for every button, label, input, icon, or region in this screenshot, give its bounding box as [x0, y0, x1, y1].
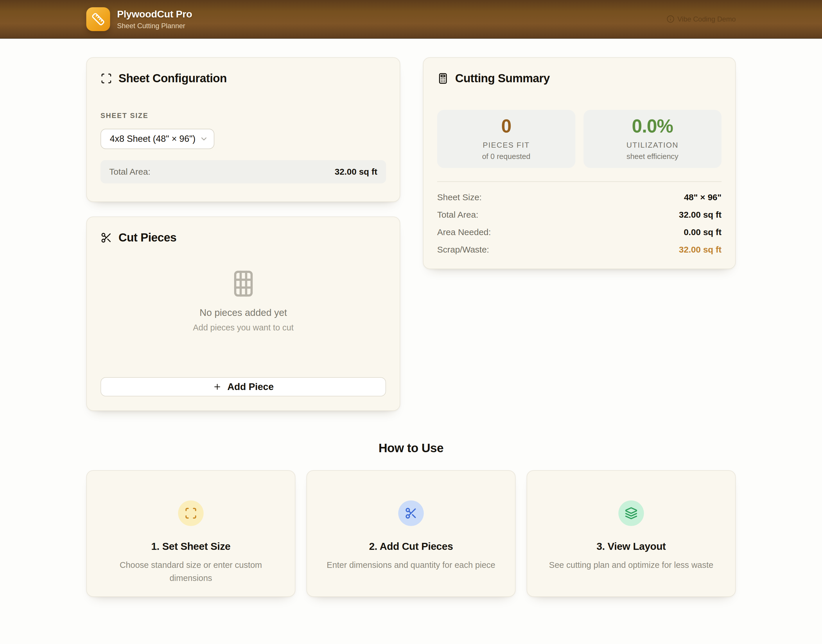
bottom-spacer	[86, 597, 736, 644]
info-icon	[667, 15, 674, 23]
summary-value-waste: 32.00 sq ft	[679, 245, 721, 255]
step-card-view-layout: 3. View Layout See cutting plan and opti…	[527, 470, 736, 597]
utilization-sublabel: sheet efficiency	[626, 152, 678, 161]
pieces-fit-sublabel: of 0 requested	[482, 152, 530, 161]
cut-pieces-empty-state: No pieces added yet Add pieces you want …	[101, 244, 386, 352]
app-logo	[86, 7, 110, 31]
layers-icon	[625, 507, 638, 520]
summary-row-sheet-size: Sheet Size: 48" × 96"	[437, 192, 721, 202]
frame-corners-icon	[101, 73, 112, 84]
total-area-row: Total Area: 32.00 sq ft	[101, 160, 386, 183]
total-area-label: Total Area:	[109, 167, 150, 177]
step-icon-circle	[398, 500, 424, 526]
summary-value: 0.00 sq ft	[684, 227, 721, 237]
sheet-configuration-title: Sheet Configuration	[118, 72, 227, 85]
step-card-add-cut-pieces: 2. Add Cut Pieces Enter dimensions and q…	[306, 470, 516, 597]
cut-pieces-title: Cut Pieces	[118, 231, 177, 244]
step-description: Enter dimensions and quantity for each p…	[325, 558, 497, 572]
scissors-icon	[405, 507, 417, 520]
summary-value: 48" × 96"	[684, 192, 721, 202]
scissors-icon	[101, 232, 112, 244]
calculator-icon	[437, 73, 449, 84]
demo-badge-label: Vibe Coding Demo	[677, 15, 736, 23]
demo-badge: Vibe Coding Demo	[667, 15, 736, 23]
frame-corners-icon	[184, 507, 197, 520]
sheet-size-label: SHEET SIZE	[101, 112, 386, 120]
step-icon-circle	[178, 500, 204, 526]
how-to-use-section: How to Use 1. Set Sheet Size Choose stan…	[86, 441, 736, 597]
sheet-configuration-card: Sheet Configuration SHEET SIZE 4x8 Sheet…	[86, 57, 400, 202]
step-description: Choose standard size or enter custom dim…	[114, 558, 268, 585]
app-header: PlywoodCut Pro Sheet Cutting Planner Vib…	[0, 0, 822, 39]
add-piece-button[interactable]: Add Piece	[101, 377, 386, 396]
cutting-summary-card: Cutting Summary 0 PIECES FIT of 0 reques…	[423, 57, 736, 269]
app-subtitle: Sheet Cutting Planner	[117, 22, 192, 30]
utilization-value: 0.0%	[632, 117, 673, 135]
step-title: 1. Set Sheet Size	[104, 541, 277, 552]
utilization-label: UTILIZATION	[626, 141, 678, 150]
plus-icon	[213, 382, 222, 391]
pieces-fit-stat: 0 PIECES FIT of 0 requested	[437, 110, 576, 168]
utilization-stat: 0.0% UTILIZATION sheet efficiency	[583, 110, 722, 168]
add-piece-label: Add Piece	[227, 381, 274, 393]
summary-label: Sheet Size:	[437, 192, 482, 202]
pieces-fit-label: PIECES FIT	[483, 141, 530, 150]
summary-label: Total Area:	[437, 210, 478, 220]
summary-value: 32.00 sq ft	[679, 210, 721, 220]
step-title: 2. Add Cut Pieces	[325, 541, 497, 552]
chevron-down-icon	[199, 135, 208, 143]
step-title: 3. View Layout	[545, 541, 718, 552]
cut-pieces-card: Cut Pieces No pieces added yet Add piece…	[86, 216, 400, 411]
ruler-icon	[92, 12, 105, 26]
summary-divider	[437, 181, 721, 182]
how-to-use-title: How to Use	[86, 441, 736, 455]
step-icon-circle	[618, 500, 644, 526]
app-title: PlywoodCut Pro	[117, 8, 192, 20]
summary-row-scrap-waste: Scrap/Waste: 32.00 sq ft	[437, 245, 721, 255]
total-area-value: 32.00 sq ft	[335, 167, 377, 177]
summary-label: Scrap/Waste:	[437, 245, 489, 255]
empty-state-subtitle: Add pieces you want to cut	[193, 323, 294, 333]
summary-row-total-area: Total Area: 32.00 sq ft	[437, 210, 721, 220]
step-description: See cutting plan and optimize for less w…	[545, 558, 718, 572]
sheet-size-select[interactable]: 4x8 Sheet (48" × 96")	[101, 129, 214, 149]
main-content: Sheet Configuration SHEET SIZE 4x8 Sheet…	[86, 39, 736, 644]
summary-label: Area Needed:	[437, 227, 491, 237]
pieces-fit-value: 0	[501, 117, 511, 135]
grid-icon	[233, 270, 254, 297]
empty-state-title: No pieces added yet	[199, 307, 287, 318]
sheet-size-value: 4x8 Sheet (48" × 96")	[110, 134, 196, 144]
cutting-summary-title: Cutting Summary	[455, 72, 550, 85]
summary-row-area-needed: Area Needed: 0.00 sq ft	[437, 227, 721, 237]
step-card-set-sheet-size: 1. Set Sheet Size Choose standard size o…	[86, 470, 295, 597]
